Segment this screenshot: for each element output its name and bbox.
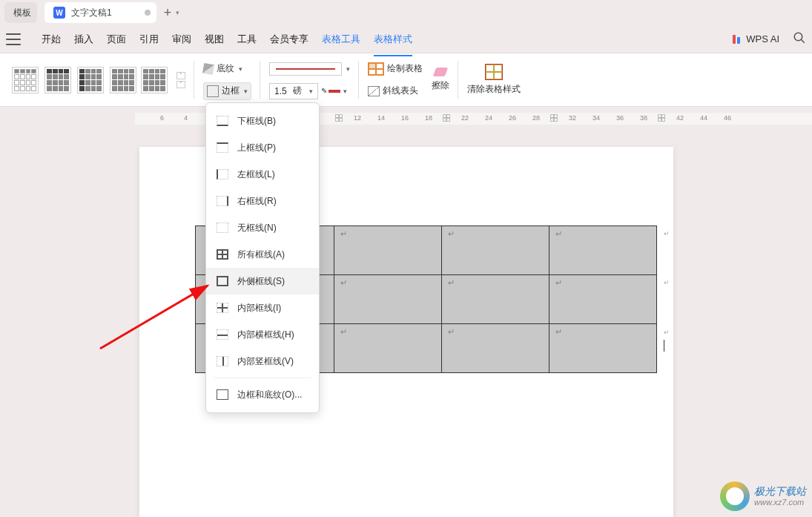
table-cell[interactable]: ↵: [334, 226, 442, 275]
new-tab-button[interactable]: + ▾: [164, 5, 180, 21]
cell-mark: ↵: [340, 327, 347, 336]
preset-style-1[interactable]: [12, 67, 39, 93]
ruler-tick: 16: [401, 114, 409, 122]
preset-style-2[interactable]: [44, 67, 71, 93]
dd-border-none[interactable]: 无框线(N): [206, 214, 319, 241]
tab-insert[interactable]: 插入: [74, 30, 93, 49]
menu-icon[interactable]: [6, 33, 21, 45]
dd-border-left[interactable]: 左框线(L): [206, 161, 319, 188]
chevron-down-icon[interactable]: ▾: [346, 65, 350, 73]
border-top-icon: [217, 142, 228, 153]
dd-border-inner-h[interactable]: 内部横框线(H): [206, 321, 319, 348]
tab-start[interactable]: 开始: [42, 30, 61, 49]
preset-style-4[interactable]: [110, 67, 136, 93]
table-cell[interactable]: ↵: [334, 275, 442, 324]
svg-line-1: [801, 39, 805, 43]
search-button[interactable]: [793, 31, 806, 47]
dd-label: 下框线(B): [237, 115, 276, 128]
table-cell[interactable]: ↵: [442, 324, 549, 373]
ruler-tick: 6: [160, 114, 164, 122]
erase-button[interactable]: 擦除: [432, 67, 449, 92]
cursor-indicator: [664, 340, 673, 352]
close-icon[interactable]: [145, 10, 151, 16]
diagonal-header-button[interactable]: 斜线表头: [368, 82, 423, 100]
border-inner-h-icon: [217, 329, 228, 340]
diagonal-label: 斜线表头: [383, 85, 418, 97]
tab-table-style[interactable]: 表格样式: [374, 30, 412, 49]
document-area[interactable]: ↵ ↵ ↵ ↵ ↵ ↵ ↵ ↵ ↵ ↵ ↵ ↵: [0, 126, 812, 517]
border-button[interactable]: 边框 ▾: [203, 82, 251, 100]
line-style-picker[interactable]: [269, 62, 342, 76]
tab-review[interactable]: 审阅: [172, 30, 191, 49]
chevron-down-icon: ▾: [244, 88, 248, 95]
border-inner-icon: [217, 303, 228, 313]
chevron-down-icon[interactable]: ˅: [176, 81, 185, 88]
border-icon: [207, 85, 219, 97]
border-none-icon: [217, 223, 228, 233]
chevron-down-icon: ▾: [309, 88, 313, 95]
doc-tab-active[interactable]: W 文字文稿1: [44, 2, 156, 23]
watermark-name: 极光下载站: [754, 485, 806, 498]
cell-mark: ↵: [340, 229, 347, 238]
chevron-up-icon[interactable]: ˄: [176, 72, 185, 79]
cell-mark: ↵: [448, 278, 455, 287]
tab-table-tools[interactable]: 表格工具: [322, 30, 360, 49]
ruler-marker: [658, 114, 665, 122]
ruler-tick: 18: [425, 114, 432, 122]
chevron-down-icon[interactable]: ▾: [176, 9, 179, 16]
line-weight-picker[interactable]: 1.5 磅 ▾: [269, 83, 318, 99]
table-cell[interactable]: ↵: [549, 324, 657, 373]
svg-point-0: [794, 33, 802, 41]
preset-scroll[interactable]: ˄˅: [176, 72, 185, 88]
table-cell[interactable]: ↵: [549, 226, 657, 275]
ruler-tick: 28: [532, 114, 540, 122]
border-label: 边框: [222, 85, 240, 97]
dd-label: 无框线(N): [237, 222, 277, 234]
tab-page[interactable]: 页面: [107, 30, 126, 49]
preset-style-3[interactable]: [77, 67, 104, 93]
table-cell[interactable]: ↵: [334, 324, 442, 373]
tab-reference[interactable]: 引用: [139, 30, 159, 49]
dd-label: 右框线(R): [237, 195, 277, 208]
clear-style-button[interactable]: 清除表格样式: [467, 64, 521, 96]
dd-border-top[interactable]: 上框线(P): [206, 134, 319, 161]
separator: [214, 378, 311, 378]
draw-table-label: 绘制表格: [387, 62, 423, 75]
dd-border-outer[interactable]: 外侧框线(S): [206, 268, 319, 294]
doc-tab-template[interactable]: 模板: [4, 2, 37, 23]
dd-label: 边框和底纹(O)...: [237, 389, 302, 401]
dd-label: 内部横框线(H): [237, 329, 294, 341]
dd-border-inner-v[interactable]: 内部竖框线(V): [206, 348, 319, 375]
dd-border-dialog[interactable]: 边框和底纹(O)...: [206, 381, 319, 408]
dd-label: 所有框线(A): [237, 248, 285, 261]
ruler-tick: 42: [676, 114, 684, 122]
tab-member[interactable]: 会员专享: [270, 30, 308, 49]
chevron-down-icon: ▾: [239, 65, 242, 73]
dd-border-right[interactable]: 右框线(R): [206, 188, 319, 214]
table-cell[interactable]: ↵: [549, 275, 657, 324]
shading-label: 底纹: [217, 62, 234, 75]
ruler-tick: 26: [509, 114, 516, 122]
dd-border-bottom[interactable]: 下框线(B): [206, 108, 319, 134]
border-all-icon: [217, 249, 228, 260]
row-end-mark: ↵: [664, 279, 670, 286]
line-color-picker[interactable]: ✎ ▾: [321, 82, 347, 100]
diagonal-icon: [368, 86, 380, 96]
preset-style-5[interactable]: [141, 67, 168, 93]
cell-mark: ↵: [448, 229, 455, 238]
ruler-tick: 38: [640, 114, 647, 122]
shading-border-group: 底纹 ▾ 边框 ▾: [194, 53, 260, 106]
border-dropdown: 下框线(B) 上框线(P) 左框线(L) 右框线(R) 无框线(N) 所有框线(…: [205, 102, 320, 413]
ruler-tick: 34: [593, 114, 600, 122]
ribbon-tabs: 开始 插入 页面 引用 审阅 视图 工具 会员专享 表格工具 表格样式 WPS …: [0, 25, 812, 53]
shading-button[interactable]: 底纹 ▾: [203, 60, 251, 78]
tab-view[interactable]: 视图: [205, 30, 224, 49]
wps-ai-button[interactable]: WPS AI: [733, 33, 779, 45]
dd-border-inner[interactable]: 内部框线(I): [206, 294, 319, 321]
eraser-icon: [433, 67, 448, 76]
table-cell[interactable]: ↵: [442, 226, 549, 275]
tab-tools[interactable]: 工具: [237, 30, 257, 49]
draw-table-button[interactable]: 绘制表格: [368, 60, 423, 78]
dd-border-all[interactable]: 所有框线(A): [206, 241, 319, 268]
table-cell[interactable]: ↵: [442, 275, 549, 324]
